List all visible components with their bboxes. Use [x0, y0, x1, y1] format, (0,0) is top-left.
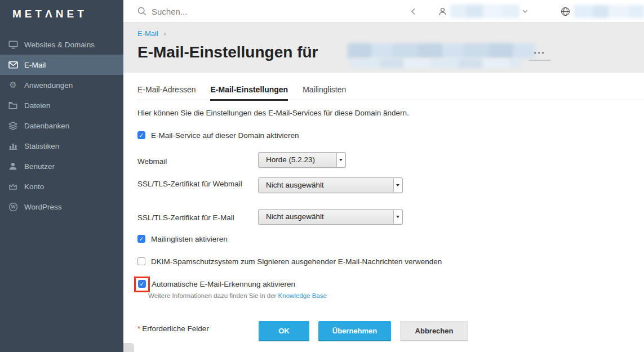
- mailinglists-checkbox[interactable]: [137, 235, 145, 243]
- sidebar-item-label: Benutzer: [24, 162, 55, 171]
- sidebar-nav: Websites & Domains E-Mail ⚙ Anwendungen …: [0, 34, 123, 217]
- sidebar-item-label: Dateien: [24, 101, 51, 110]
- chevron-down-icon: [522, 10, 528, 13]
- sidebar-item-label: Statistiken: [24, 142, 59, 150]
- dkim-label: DKIM-Spamschutzsystem zum Signieren ausg…: [151, 257, 442, 266]
- crown-icon: [8, 181, 18, 191]
- sidebar-item-label: Datenbanken: [24, 122, 69, 130]
- redacted-domain-title: [348, 43, 535, 59]
- bar-chart-icon: [8, 141, 18, 151]
- user-icon: [8, 161, 18, 171]
- tab-mailinglisten[interactable]: Mailinglisten: [303, 85, 346, 101]
- sidebar-item-konto[interactable]: Konto: [0, 176, 123, 197]
- locale-menu[interactable]: [561, 5, 644, 18]
- required-text: Erforderliche Felder: [142, 324, 209, 333]
- topbar: [123, 0, 644, 23]
- folder-icon: [8, 100, 18, 110]
- redacted-user-name: [450, 5, 519, 18]
- sidebar-item-dateien[interactable]: Dateien: [0, 95, 123, 115]
- tab-email-einstellungen[interactable]: E-Mail-Einstellungen: [210, 85, 288, 101]
- webmail-select[interactable]: Horde (5.2.23): [258, 152, 346, 168]
- sidebar-item-wordpress[interactable]: W WordPress: [0, 197, 123, 217]
- redacted-domain-title-lower: [352, 59, 521, 68]
- ok-button[interactable]: OK: [259, 321, 309, 341]
- tab-bar: E-Mail-Adressen E-Mail-Einstellungen Mai…: [137, 85, 644, 100]
- apply-button[interactable]: Übernehmen: [318, 321, 391, 341]
- dropdown-arrow-icon: [336, 153, 345, 167]
- ssl-webmail-select-value: Nicht ausgewählt: [266, 181, 324, 189]
- scroll-corner: [123, 343, 134, 352]
- ssl-email-label: SSL/TLS-Zertifikat für E-Mail: [137, 212, 246, 224]
- sidebar-item-label: E-Mail: [24, 61, 46, 69]
- wordpress-icon: W: [8, 202, 18, 212]
- dropdown-arrow-icon: [393, 179, 402, 192]
- required-fields-note: *Erforderliche Felder: [137, 324, 209, 333]
- page-title: E-Mail-Einstellungen für: [137, 43, 318, 61]
- autodiscover-row: Automatische E-Mail-Erkennung aktivieren: [138, 280, 295, 288]
- dkim-row: DKIM-Spamschutzsystem zum Signieren ausg…: [137, 257, 442, 266]
- hint-text: Weitere Informationen dazu finden Sie in…: [148, 292, 276, 299]
- main-content: E-Mail-Adressen E-Mail-Einstellungen Mai…: [123, 73, 644, 352]
- webmail-label: Webmail: [137, 156, 246, 168]
- sidebar-item-anwendungen[interactable]: ⚙ Anwendungen: [0, 75, 123, 95]
- topbar-right: [411, 0, 644, 23]
- breadcrumb: E-Mail ›: [137, 29, 166, 38]
- svg-text:W: W: [11, 204, 16, 210]
- sidebar-item-email[interactable]: E-Mail: [0, 55, 123, 75]
- cancel-button[interactable]: Abbrechen: [400, 321, 468, 341]
- envelope-icon: [8, 60, 18, 70]
- globe-icon: [561, 7, 570, 16]
- page-header: E-Mail › E-Mail-Einstellungen für ···: [123, 23, 644, 73]
- webmail-select-value: Horde (5.2.23): [266, 155, 315, 164]
- user-menu[interactable]: [438, 5, 528, 18]
- person-icon: [438, 7, 447, 16]
- intro-text: Hier können Sie die Einstellungen des E-…: [137, 109, 409, 117]
- tab-email-adressen[interactable]: E-Mail-Adressen: [137, 85, 196, 101]
- sidebar-item-label: Websites & Domains: [24, 41, 95, 49]
- dropdown-arrow-icon: [393, 210, 402, 224]
- action-buttons: OK Übernehmen Abbrechen: [259, 321, 468, 341]
- sidebar-item-label: Konto: [24, 182, 44, 191]
- red-highlight-annotation: [134, 277, 150, 292]
- email-service-row: E-Mail-Service auf dieser Domain aktivie…: [137, 131, 299, 140]
- knowledge-base-link[interactable]: Knowledge Base: [278, 292, 327, 299]
- monitor-icon: [8, 39, 18, 50]
- redacted-domain-name: [574, 5, 644, 18]
- sidebar-item-benutzer[interactable]: Benutzer: [0, 156, 123, 176]
- chevron-left-icon[interactable]: [411, 8, 416, 15]
- sidebar-item-datenbanken[interactable]: Datenbanken: [0, 115, 123, 136]
- sidebar-item-label: WordPress: [24, 203, 62, 211]
- search-bar: [137, 0, 259, 23]
- dkim-checkbox[interactable]: [137, 257, 145, 265]
- required-asterisk: *: [137, 324, 140, 333]
- autodiscover-label: Automatische E-Mail-Erkennung aktivieren: [152, 280, 295, 288]
- search-icon: [137, 7, 146, 16]
- ssl-webmail-select[interactable]: Nicht ausgewählt: [258, 177, 403, 193]
- sidebar-item-label: Anwendungen: [24, 81, 73, 90]
- autodiscover-hint: Weitere Informationen dazu finden Sie in…: [148, 292, 327, 299]
- gear-icon: ⚙: [8, 80, 18, 90]
- ssl-email-select-value: Nicht ausgewählt: [266, 212, 324, 221]
- layers-icon: [8, 121, 18, 131]
- sidebar-item-websites-domains[interactable]: Websites & Domains: [0, 34, 123, 55]
- sidebar-item-statistiken[interactable]: Statistiken: [0, 136, 123, 156]
- mailinglists-row: Mailinglisten aktivieren: [137, 235, 228, 243]
- mailinglists-label: Mailinglisten aktivieren: [151, 235, 228, 243]
- email-service-label: E-Mail-Service auf dieser Domain aktivie…: [151, 131, 299, 140]
- metanet-logo: METΛNET: [12, 8, 87, 20]
- breadcrumb-email-link[interactable]: E-Mail: [137, 29, 158, 38]
- ssl-webmail-label: SSL/TLS-Zertifikat für Webmail: [137, 179, 246, 190]
- search-input[interactable]: [152, 7, 259, 16]
- more-options-button[interactable]: ···: [528, 47, 551, 61]
- ssl-email-select[interactable]: Nicht ausgewählt: [258, 209, 403, 225]
- breadcrumb-separator: ›: [163, 29, 166, 38]
- sidebar: METΛNET Websites & Domains E-Mail ⚙ Anwe…: [0, 0, 123, 352]
- email-service-checkbox[interactable]: [137, 131, 145, 139]
